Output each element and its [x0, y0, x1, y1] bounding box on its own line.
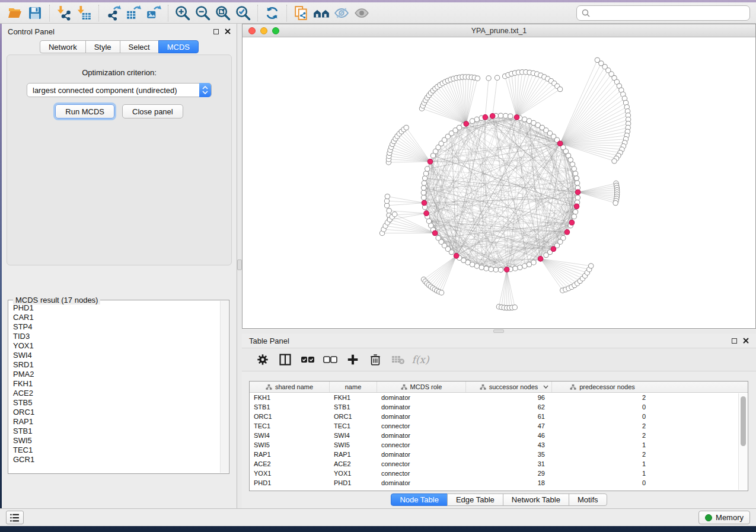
optimization-criterion-label: Optimization criterion:: [7, 68, 231, 77]
tab-motifs[interactable]: Motifs: [569, 493, 607, 506]
open-file-button[interactable]: [5, 4, 25, 22]
list-icon: [9, 512, 21, 523]
save-button[interactable]: [25, 4, 45, 22]
mcds-result-item[interactable]: PHD1: [13, 303, 220, 313]
clone-network-button[interactable]: [291, 4, 311, 22]
table-scrollbar[interactable]: [738, 393, 747, 490]
control-panel: Control Panel Network Style Select MCDS …: [2, 24, 237, 508]
zoom-in-button[interactable]: [173, 4, 193, 22]
add-row-button[interactable]: [342, 350, 364, 369]
table-row[interactable]: ORC1ORC1dominator610: [250, 412, 748, 421]
select-all-button[interactable]: [296, 350, 319, 369]
close-panel-icon[interactable]: [743, 338, 749, 344]
network-canvas[interactable]: [243, 37, 755, 328]
mcds-result-item[interactable]: SWI5: [13, 436, 220, 446]
export-image-button[interactable]: [143, 4, 164, 22]
float-panel-icon[interactable]: [732, 338, 737, 344]
table-cell: 2: [552, 422, 653, 430]
delete-row-button[interactable]: [364, 350, 387, 369]
zoom-selected-button[interactable]: [233, 4, 253, 22]
column-header-shared-name[interactable]: shared name: [250, 382, 330, 392]
table-cell: FKH1: [330, 394, 377, 401]
mcds-result-item[interactable]: SWI4: [13, 351, 220, 360]
zoom-out-button[interactable]: [193, 4, 213, 22]
show-all-button[interactable]: [352, 4, 372, 22]
mcds-result-item[interactable]: PMA2: [13, 370, 220, 379]
mcds-result-item[interactable]: TEC1: [13, 446, 220, 455]
splitter-handle[interactable]: [237, 259, 242, 270]
mcds-result-item[interactable]: YOX1: [13, 341, 220, 351]
tab-mcds[interactable]: MCDS: [158, 40, 199, 53]
horizontal-splitter[interactable]: [242, 329, 756, 334]
zoom-fit-icon: [215, 5, 231, 21]
mcds-result-list[interactable]: PHD1CAR1STP4TID3YOX1SWI4SRD1PMA2FKH1ACE2…: [9, 301, 220, 473]
tab-select[interactable]: Select: [120, 40, 159, 53]
task-history-button[interactable]: [6, 511, 24, 524]
splitter-handle[interactable]: [493, 329, 504, 333]
table-cell: 1: [552, 441, 653, 448]
table-cell: RAP1: [250, 451, 330, 458]
optimization-criterion-select[interactable]: largest connected component (undirected): [27, 83, 212, 97]
column-header-successor-nodes[interactable]: successor nodes: [466, 382, 552, 392]
mcds-result-item[interactable]: CAR1: [13, 313, 220, 322]
table-tabs: Node Table Edge Table Network Table Moti…: [242, 493, 756, 506]
table-row[interactable]: SWI5SWI5connector431: [250, 440, 748, 450]
table-row[interactable]: FKH1FKH1dominator962: [250, 393, 748, 402]
table-cell: PHD1: [250, 479, 330, 486]
float-panel-icon[interactable]: [213, 29, 219, 34]
delete-table-button: [387, 350, 409, 369]
table-cell: ACE2: [330, 460, 377, 467]
table-row[interactable]: PHD1PHD1dominator180: [250, 478, 748, 488]
refresh-button[interactable]: [262, 4, 282, 22]
first-neighbors-button[interactable]: [311, 4, 331, 22]
column-header-name[interactable]: name: [330, 382, 377, 392]
zoom-fit-button[interactable]: [213, 4, 233, 22]
close-panel-icon[interactable]: [225, 28, 231, 34]
mcds-result-item[interactable]: GCR1: [13, 455, 220, 464]
search-input[interactable]: [591, 7, 749, 19]
table-row[interactable]: ACE2ACE2connector311: [250, 459, 748, 469]
table-panel-title: Table Panel: [249, 336, 289, 345]
import-network-button[interactable]: [54, 4, 74, 22]
vertical-splitter[interactable]: [237, 24, 242, 508]
mcds-result-item[interactable]: STB5: [13, 398, 220, 408]
tab-node-table[interactable]: Node Table: [391, 493, 448, 506]
mcds-list-scrollbar[interactable]: [220, 301, 228, 473]
mcds-result-item[interactable]: SRD1: [13, 360, 220, 370]
table-row[interactable]: SWI4SWI4dominator462: [250, 431, 748, 440]
mcds-result-item[interactable]: STP4: [13, 322, 220, 332]
export-network-button[interactable]: [103, 4, 123, 22]
scrollbar-thumb[interactable]: [741, 396, 746, 446]
export-table-button[interactable]: [123, 4, 143, 22]
mcds-result-item[interactable]: FKH1: [13, 379, 220, 389]
tab-style[interactable]: Style: [85, 40, 120, 53]
table-row[interactable]: STB1STB1dominator620: [250, 402, 748, 412]
deselect-all-button[interactable]: [319, 350, 342, 369]
tab-network-table[interactable]: Network Table: [503, 493, 569, 506]
show-column-button[interactable]: [274, 350, 296, 369]
close-panel-button[interactable]: Close panel: [122, 104, 183, 118]
zoom-in-icon: [174, 5, 191, 21]
network-window-titlebar[interactable]: YPA_prune.txt_1: [243, 24, 755, 37]
column-header-predecessor-nodes[interactable]: predecessor nodes: [552, 382, 653, 392]
table-cell: 2: [552, 432, 653, 439]
column-header-MCDS-role[interactable]: MCDS role: [377, 382, 466, 392]
mcds-result-item[interactable]: TID3: [13, 332, 220, 341]
import-table-button[interactable]: [74, 4, 94, 22]
mcds-result-item[interactable]: RAP1: [13, 417, 220, 427]
table-row[interactable]: YOX1YOX1connector291: [250, 469, 748, 478]
hide-selected-button[interactable]: [331, 4, 352, 22]
mcds-result-item[interactable]: ORC1: [13, 408, 220, 417]
table-settings-button[interactable]: [251, 350, 274, 369]
mcds-result-item[interactable]: ACE2: [13, 389, 220, 398]
table-row[interactable]: TEC1TEC1connector472: [250, 421, 748, 431]
mcds-result-item[interactable]: STB1: [13, 427, 220, 436]
tab-edge-table[interactable]: Edge Table: [447, 493, 503, 506]
table-cell: ORC1: [330, 413, 377, 420]
tab-network[interactable]: Network: [40, 40, 86, 53]
table-row[interactable]: RAP1RAP1dominator352: [250, 450, 748, 459]
memory-button[interactable]: Memory: [698, 511, 750, 524]
run-mcds-button[interactable]: Run MCDS: [55, 104, 114, 118]
search-box[interactable]: [576, 5, 750, 21]
network-graph[interactable]: [243, 37, 755, 329]
